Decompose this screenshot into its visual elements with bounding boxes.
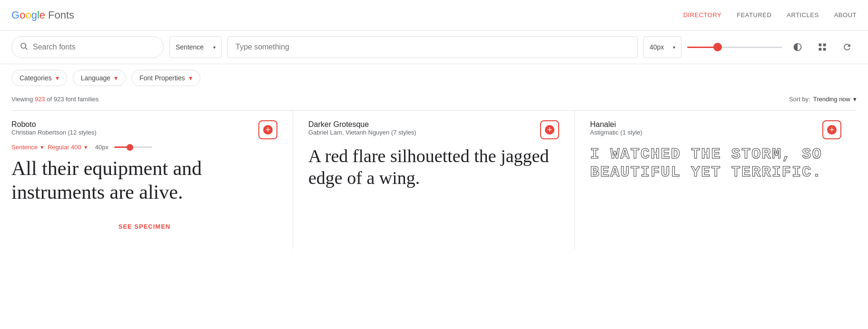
nav-item-directory[interactable]: DIRECTORY (683, 11, 722, 19)
filters-bar: Categories ▾ Language ▾ Font Properties … (0, 64, 868, 92)
font-card-header-darker: Darker Grotesque Gabriel Lam, Vietanh Ng… (308, 120, 559, 142)
google-logo-text: Google (11, 9, 45, 21)
font-properties-filter[interactable]: Font Properties ▾ (131, 70, 200, 86)
sentence-dropdown[interactable]: Sentence ▾ (169, 36, 222, 58)
add-hanalei-button[interactable]: + (822, 120, 841, 139)
font-controls-roboto: Sentence ▾ Regular 400 ▾ 40px (11, 144, 277, 151)
font-preview-hanalei: I WATCHED THE STORM, SO BEAUTIFUL YET TE… (590, 145, 841, 203)
font-name-roboto: Roboto (11, 120, 96, 129)
add-roboto-button[interactable]: + (258, 120, 277, 139)
fonts-logo-text: Fonts (48, 9, 74, 21)
font-card-roboto: Roboto Christian Robertson (12 styles) +… (11, 110, 293, 249)
font-info-darker: Darker Grotesque Gabriel Lam, Vietanh Ng… (308, 120, 416, 142)
header: Google Fonts DIRECTORY FEATURED ARTICLES… (0, 0, 868, 30)
nav-item-about[interactable]: ABOUT (834, 11, 857, 19)
font-card-hanalei: Hanalei Astigmatic (1 style) + I WATCHED… (575, 110, 857, 249)
see-specimen-button[interactable]: SEE SPECIMEN (11, 213, 277, 240)
font-name-hanalei: Hanalei (590, 120, 642, 129)
sort-chevron-icon: ▾ (853, 96, 857, 103)
add-darker-icon: + (545, 125, 554, 135)
logo: Google Fonts (11, 9, 74, 21)
sort-by-label: Sort by: (789, 96, 810, 103)
svg-line-1 (25, 48, 27, 49)
sentence-value: Sentence (176, 43, 204, 51)
font-card-darker-grotesque: Darker Grotesque Gabriel Lam, Vietanh Ng… (293, 110, 575, 249)
viewing-prefix: Viewing (11, 96, 35, 103)
font-size-slider-container (687, 47, 782, 48)
add-roboto-icon: + (263, 125, 273, 135)
weight-dropdown-roboto[interactable]: Regular 400 ▾ (48, 144, 88, 151)
add-darker-button[interactable]: + (540, 120, 559, 139)
language-label: Language (81, 74, 110, 82)
results-count: 923 (35, 96, 45, 103)
nav-item-featured[interactable]: FEATURED (737, 11, 771, 19)
svg-point-0 (21, 43, 26, 48)
font-grid: Roboto Christian Robertson (12 styles) +… (0, 110, 868, 249)
style-chevron-icon: ▾ (40, 144, 44, 151)
type-something-input[interactable] (227, 36, 638, 58)
font-card-header-hanalei: Hanalei Astigmatic (1 style) + (590, 120, 841, 142)
categories-label: Categories (20, 74, 52, 82)
font-name-darker: Darker Grotesque (308, 120, 416, 129)
font-info-hanalei: Hanalei Astigmatic (1 style) (590, 120, 642, 142)
style-dropdown-roboto[interactable]: Sentence ▾ (11, 144, 44, 151)
font-author-hanalei: Astigmatic (1 style) (590, 129, 642, 136)
dark-mode-button[interactable] (788, 38, 807, 57)
font-preview-darker: A red flare silhouetted the jagged edge … (308, 145, 559, 203)
categories-chevron-icon: ▾ (56, 74, 59, 82)
language-filter[interactable]: Language ▾ (73, 70, 126, 86)
language-chevron-icon: ▾ (114, 74, 118, 82)
header-nav: DIRECTORY FEATURED ARTICLES ABOUT (683, 11, 857, 19)
search-icon (20, 42, 28, 53)
grid-view-button[interactable] (813, 38, 832, 57)
results-bar: Viewing 923 of 923 font families Sort by… (0, 92, 868, 110)
results-info: Viewing 923 of 923 font families (11, 96, 99, 103)
font-properties-chevron-icon: ▾ (189, 74, 192, 82)
weight-value-roboto: Regular 400 (48, 144, 81, 151)
size-chevron-icon: ▾ (673, 45, 675, 50)
sort-by-dropdown[interactable]: Sort by: Trending now ▾ (789, 96, 857, 103)
font-author-darker: Gabriel Lam, Vietanh Nguyen (7 styles) (308, 129, 416, 136)
viewing-suffix: of 923 font families (45, 96, 99, 103)
size-value: 40px (650, 43, 664, 51)
font-size-roboto: 40px (95, 144, 108, 151)
font-properties-label: Font Properties (139, 74, 185, 82)
font-size-slider[interactable] (687, 47, 782, 48)
search-input[interactable] (33, 43, 128, 51)
style-value-roboto: Sentence (11, 144, 38, 151)
sentence-chevron-icon: ▾ (213, 45, 216, 50)
add-hanalei-icon: + (827, 125, 837, 135)
font-card-header-roboto: Roboto Christian Robertson (12 styles) + (11, 120, 277, 142)
nav-item-articles[interactable]: ARTICLES (787, 11, 819, 19)
weight-chevron-icon: ▾ (84, 144, 88, 151)
refresh-button[interactable] (838, 38, 857, 57)
search-box (11, 36, 164, 58)
toolbar: Sentence ▾ 40px ▾ (0, 30, 868, 64)
sort-by-value: Trending now (813, 96, 850, 103)
categories-filter[interactable]: Categories ▾ (11, 70, 67, 86)
size-dropdown[interactable]: 40px ▾ (643, 36, 681, 58)
font-info-roboto: Roboto Christian Robertson (12 styles) (11, 120, 96, 142)
font-preview-roboto: All their equipment and instruments are … (11, 156, 277, 213)
font-author-roboto: Christian Robertson (12 styles) (11, 129, 96, 136)
font-size-slider-roboto[interactable] (114, 146, 152, 148)
